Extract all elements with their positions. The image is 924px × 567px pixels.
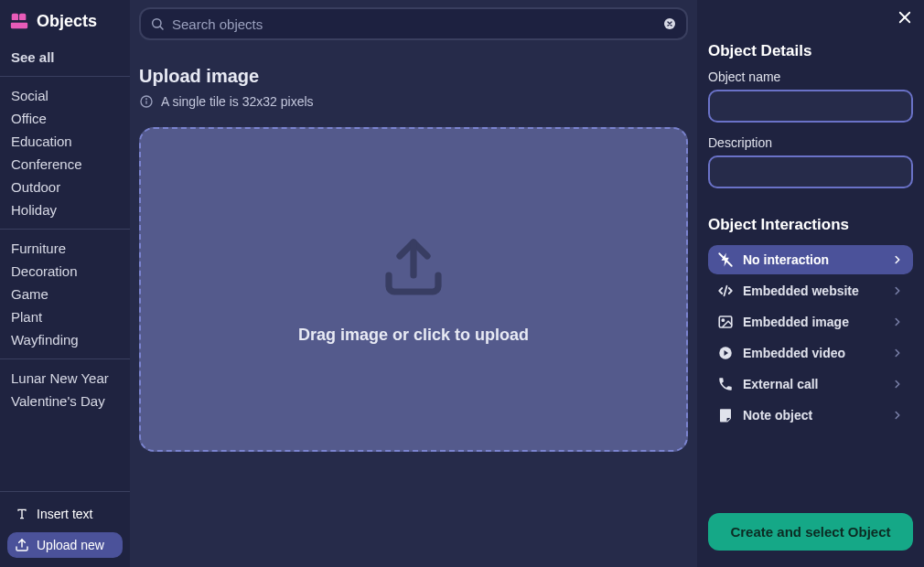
no-interaction-icon <box>717 251 734 268</box>
sidebar-category-item[interactable]: Outdoor <box>0 176 130 198</box>
details-panel: Object Details Object name Description O… <box>697 0 924 567</box>
upload-dropzone[interactable]: Drag image or click to upload <box>139 127 688 452</box>
phone-icon <box>717 376 734 392</box>
description-label: Description <box>708 135 913 150</box>
object-name-input[interactable] <box>708 90 913 123</box>
chevron-right-icon <box>891 409 904 422</box>
interaction-item[interactable]: Embedded image <box>708 307 913 337</box>
sidebar-category-item[interactable]: Furniture <box>0 237 130 260</box>
interaction-label: Embedded video <box>743 346 882 360</box>
interaction-label: Embedded image <box>743 315 882 329</box>
chevron-right-icon <box>891 347 904 359</box>
search-icon <box>150 16 165 31</box>
close-button[interactable] <box>897 9 913 26</box>
play-icon <box>717 345 734 361</box>
details-footer: Create and select Object <box>697 498 924 567</box>
chevron-right-icon <box>891 284 904 297</box>
dropzone-text: Drag image or click to upload <box>298 326 529 345</box>
svg-line-2 <box>160 27 163 29</box>
sidebar-category-item[interactable]: Holiday <box>0 198 130 221</box>
search-clear-button[interactable] <box>662 16 677 31</box>
interaction-list: No interactionEmbedded websiteEmbedded i… <box>708 245 913 430</box>
sidebar-category-item[interactable]: Valentine's Day <box>0 390 130 412</box>
objects-icon <box>9 11 29 31</box>
sidebar-header: Objects <box>0 0 130 42</box>
sidebar-category-item[interactable]: Lunar New Year <box>0 367 130 390</box>
code-icon <box>717 283 734 299</box>
chevron-right-icon <box>891 316 904 328</box>
object-details-title: Object Details <box>708 31 913 70</box>
sidebar-footer: Insert text Upload new <box>0 491 130 567</box>
interaction-label: Note object <box>743 408 882 423</box>
sidebar: Objects See all SocialOfficeEducationCon… <box>0 0 130 567</box>
chevron-right-icon <box>891 253 904 266</box>
upload-title: Upload image <box>139 66 688 87</box>
insert-text-button[interactable]: Insert text <box>7 501 123 527</box>
interaction-label: External call <box>743 377 882 391</box>
upload-new-label: Upload new <box>37 538 104 552</box>
upload-section: Upload image A single tile is 32x32 pixe… <box>139 40 688 452</box>
info-icon <box>139 94 154 109</box>
interaction-item[interactable]: Embedded video <box>708 338 913 368</box>
main-panel: Upload image A single tile is 32x32 pixe… <box>130 0 697 567</box>
upload-hint: A single tile is 32x32 pixels <box>139 94 688 109</box>
description-input[interactable] <box>708 155 913 188</box>
upload-new-button[interactable]: Upload new <box>7 532 123 558</box>
object-name-label: Object name <box>708 70 913 84</box>
interaction-item[interactable]: Embedded website <box>708 276 913 305</box>
interactions-title: Object Interactions <box>708 201 913 245</box>
details-top-bar <box>697 0 924 31</box>
image-icon <box>717 314 734 330</box>
sidebar-category-item[interactable]: Conference <box>0 153 130 176</box>
sidebar-category-item[interactable]: Education <box>0 130 130 153</box>
details-body: Object Details Object name Description O… <box>697 31 924 498</box>
sidebar-categories: See all SocialOfficeEducationConferenceO… <box>0 42 130 491</box>
text-icon <box>15 507 29 521</box>
interaction-label: No interaction <box>743 252 882 267</box>
sidebar-title: Objects <box>37 12 97 31</box>
upload-cloud-icon <box>381 234 446 300</box>
sidebar-category-item[interactable]: Wayfinding <box>0 328 130 351</box>
close-icon <box>897 9 913 26</box>
upload-hint-text: A single tile is 32x32 pixels <box>161 94 314 109</box>
svg-point-6 <box>146 99 147 100</box>
interaction-item[interactable]: External call <box>708 369 913 399</box>
search-input[interactable] <box>172 16 655 32</box>
sidebar-category-item[interactable]: Plant <box>0 305 130 328</box>
svg-line-11 <box>725 286 727 296</box>
create-select-button[interactable]: Create and select Object <box>708 513 913 551</box>
upload-icon <box>15 538 29 552</box>
interaction-label: Embedded website <box>743 284 882 298</box>
svg-point-13 <box>722 319 724 321</box>
chevron-right-icon <box>891 378 904 390</box>
interaction-item[interactable]: Note object <box>708 401 913 430</box>
sidebar-see-all[interactable]: See all <box>0 42 130 77</box>
insert-text-label: Insert text <box>37 507 92 521</box>
note-icon <box>717 407 734 423</box>
sidebar-category-item[interactable]: Office <box>0 107 130 130</box>
search-bar[interactable] <box>139 7 688 40</box>
clear-icon <box>662 16 677 31</box>
interaction-item[interactable]: No interaction <box>708 245 913 274</box>
sidebar-category-item[interactable]: Decoration <box>0 260 130 283</box>
sidebar-category-item[interactable]: Social <box>0 84 130 107</box>
sidebar-category-item[interactable]: Game <box>0 283 130 305</box>
